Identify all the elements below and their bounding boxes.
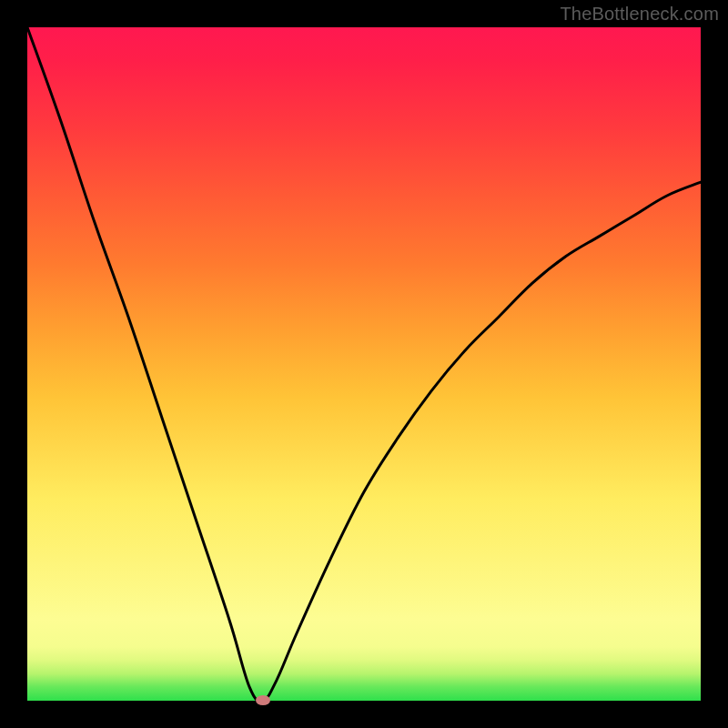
plot-area (27, 27, 701, 701)
chart-frame: TheBottleneck.com (0, 0, 728, 728)
optimum-marker (256, 695, 270, 705)
curve-svg (27, 27, 701, 701)
watermark-text: TheBottleneck.com (560, 4, 719, 25)
bottleneck-curve-path (27, 27, 701, 702)
